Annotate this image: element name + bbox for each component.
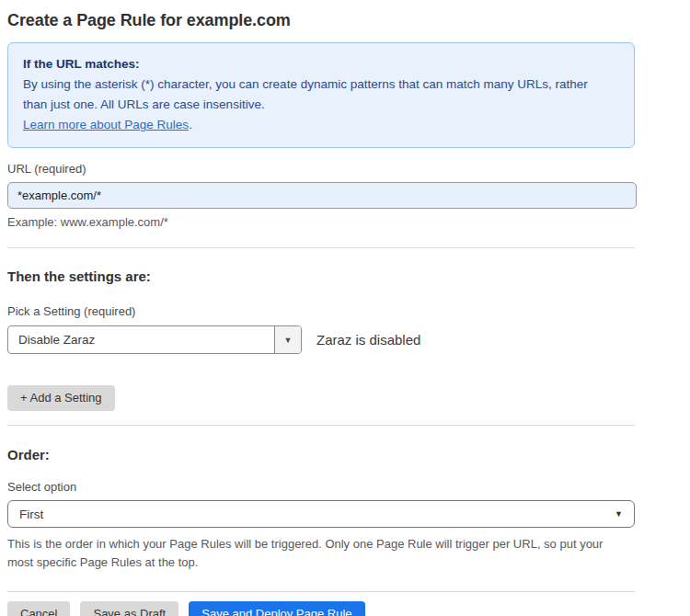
info-box-body: By using the asterisk (*) character, you… <box>23 74 612 115</box>
url-input[interactable] <box>7 182 637 209</box>
caret-down-icon[interactable]: ▼ <box>274 326 301 353</box>
setting-select-value: Disable Zaraz <box>8 326 274 353</box>
divider <box>7 425 635 426</box>
order-select-value: First <box>19 508 615 521</box>
page-rule-form: Create a Page Rule for example.com If th… <box>0 0 690 616</box>
settings-section-heading: Then the settings are: <box>7 268 635 284</box>
save-as-draft-button[interactable]: Save as Draft <box>80 601 178 616</box>
caret-down-icon: ▼ <box>615 509 623 519</box>
setting-select[interactable]: Disable Zaraz ▼ <box>7 325 302 354</box>
order-select-label: Select option <box>7 480 635 494</box>
form-actions: Cancel Save as Draft Save and Deploy Pag… <box>7 601 635 616</box>
link-period: . <box>189 118 192 131</box>
url-example-hint: Example: www.example.com/* <box>7 215 635 229</box>
cancel-button[interactable]: Cancel <box>7 601 70 616</box>
page-title: Create a Page Rule for example.com <box>7 11 635 30</box>
info-box-heading: If the URL matches: <box>23 54 619 74</box>
url-field-label: URL (required) <box>7 162 635 176</box>
order-select[interactable]: First ▼ <box>7 500 635 528</box>
setting-row: Disable Zaraz ▼ Zaraz is disabled <box>7 325 635 354</box>
info-box-link-line: Learn more about Page Rules. <box>23 115 619 135</box>
order-section-heading: Order: <box>7 447 635 462</box>
setting-status-text: Zaraz is disabled <box>316 332 420 348</box>
learn-more-link[interactable]: Learn more about Page Rules <box>23 118 189 131</box>
divider <box>7 591 635 592</box>
url-match-info-box: If the URL matches: By using the asteris… <box>7 42 635 148</box>
add-setting-button[interactable]: + Add a Setting <box>7 385 115 411</box>
save-and-deploy-button[interactable]: Save and Deploy Page Rule <box>189 601 364 616</box>
order-help-text: This is the order in which your Page Rul… <box>7 535 626 572</box>
setting-picker-label: Pick a Setting (required) <box>7 304 635 318</box>
divider <box>7 247 635 248</box>
